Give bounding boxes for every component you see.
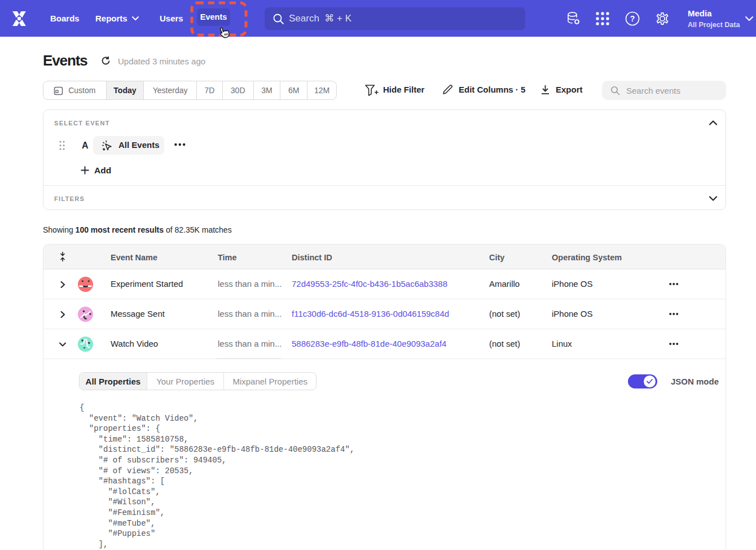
svg-text:?: ? bbox=[630, 14, 635, 23]
